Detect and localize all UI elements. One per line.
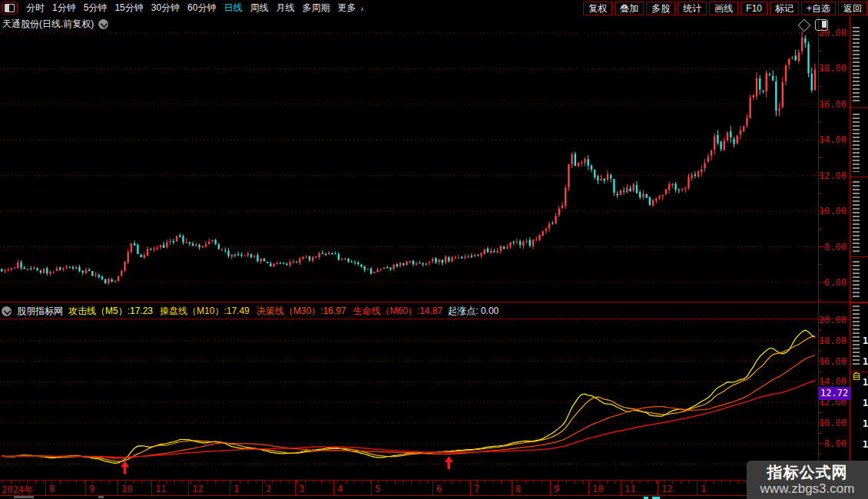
sub-axis-label: 8.00	[811, 438, 846, 449]
split-view-icon[interactable]	[815, 19, 828, 31]
diamond-icon[interactable]	[798, 18, 811, 31]
clipped-tab-label[interactable]: 自	[852, 370, 861, 383]
date-axis-label: 9	[554, 484, 559, 494]
toolbar-button-叠加[interactable]: 叠加	[615, 2, 644, 15]
ma-line-10	[2, 336, 815, 461]
current-value-badge: 12.72	[819, 387, 851, 400]
date-axis-label: 5	[375, 484, 380, 494]
period-item-月线[interactable]: 月线	[272, 2, 298, 15]
period-item-5分钟[interactable]: 5分钟	[80, 2, 111, 15]
clipped-vertical-text	[853, 181, 860, 252]
toolbar-button-画线[interactable]: 画线	[709, 2, 738, 15]
main-axis-label: 6.00	[811, 277, 846, 288]
date-axis-label: 12	[661, 484, 672, 494]
clipped-price-digit: 1	[863, 418, 868, 429]
app-window: 分时1分钟5分钟15分钟30分钟60分钟日线周线月线多周期更多 › 复权叠加多股…	[0, 0, 868, 499]
clipped-vertical-text	[853, 306, 860, 367]
period-item-周线[interactable]: 周线	[246, 2, 272, 15]
period-item-1分钟[interactable]: 1分钟	[48, 2, 80, 15]
date-axis-label: 2	[266, 484, 271, 494]
date-axis-label: 1	[701, 484, 706, 494]
clipped-price-digit: 1	[863, 377, 868, 388]
date-axis-label: 11	[624, 484, 635, 494]
indicator-line-value: 操盘线（M10）:17.49	[160, 305, 250, 318]
chevron-right-icon: ›	[359, 4, 363, 13]
rise-point-arrow-icon	[121, 461, 129, 474]
toolbar-button-F10[interactable]: F10	[740, 2, 767, 15]
main-axis-label: 16.00	[811, 99, 846, 110]
ma-line-60	[2, 381, 815, 458]
date-axis-label: 3	[299, 484, 304, 494]
indicator-source-label: 股朋指标网	[17, 305, 63, 318]
date-axis-label: 7	[474, 484, 479, 494]
date-axis-label: 8	[49, 484, 55, 494]
rise-point-text: 起涨点:	[448, 306, 478, 316]
toolbar-button-返回[interactable]: 返回	[838, 2, 867, 15]
period-item-更多[interactable]: 更多	[333, 2, 359, 15]
toolbar-right-buttons: 复权叠加多股统计画线F10标记+自选返回	[583, 2, 868, 15]
rise-point-label: 起涨点: 0.00	[448, 305, 499, 318]
indicator-values: 攻击线（M5）:17.23操盘线（M10）:17.49决策线（M30）:16.9…	[68, 305, 442, 318]
chart-corner-icons	[800, 19, 828, 31]
date-axis-label: 12	[192, 484, 203, 494]
chevron-down-circle-icon[interactable]	[98, 19, 108, 29]
date-axis-label: 11	[155, 484, 166, 494]
main-axis-label: 18.00	[811, 63, 846, 74]
date-axis-label: 9	[89, 484, 94, 494]
period-menu: 分时1分钟5分钟15分钟30分钟60分钟日线周线月线多周期更多	[22, 2, 359, 15]
clipped-vertical-text	[853, 114, 860, 172]
watermark-url: www.zbgs3.com	[760, 481, 855, 497]
rise-point-arrow-icon	[445, 456, 453, 469]
sub-axis-label: 20.00	[811, 315, 846, 326]
date-axis-label: 6	[436, 484, 442, 494]
chevron-down-circle-icon[interactable]	[2, 306, 12, 316]
toolbar-button-+自选[interactable]: +自选	[801, 2, 836, 15]
sub-axis-label: 14.00	[811, 376, 846, 387]
main-axis-label: 12.00	[811, 170, 846, 181]
indicator-line-value: 生命线（M60）:14.87	[353, 305, 442, 318]
main-axis-label: 10.00	[811, 206, 846, 216]
sub-axis-label: 16.00	[811, 356, 846, 367]
toolbar-button-多股[interactable]: 多股	[646, 2, 675, 15]
date-axis-label: 8	[515, 484, 521, 494]
panel-toggle-icon[interactable]	[2, 2, 18, 15]
clipped-price-digit: 1	[863, 356, 868, 367]
clipped-price-digit: 1	[863, 439, 868, 450]
period-item-30分钟[interactable]: 30分钟	[147, 2, 184, 15]
ma-line-5	[2, 330, 815, 464]
period-item-分时[interactable]: 分时	[22, 2, 48, 15]
stock-title: 天通股份(日线.前复权)	[2, 18, 94, 31]
clipped-price-digit: 1	[863, 335, 868, 346]
period-item-60分钟[interactable]: 60分钟	[184, 2, 220, 15]
date-axis-label: 10	[121, 484, 132, 494]
clipped-vertical-text	[853, 261, 860, 299]
date-axis-label: 4	[337, 484, 343, 494]
sub-axis-label: 18.00	[811, 335, 846, 346]
watermark: 指标公式网 www.zbgs3.com	[747, 461, 868, 499]
toolbar-button-统计[interactable]: 统计	[678, 2, 707, 15]
chart-title-row: 天通股份(日线.前复权)	[2, 18, 108, 31]
sub-axis-label: 10.00	[811, 418, 846, 428]
rise-point-value: 0.00	[481, 306, 499, 316]
top-toolbar: 分时1分钟5分钟15分钟30分钟60分钟日线周线月线多周期更多 › 复权叠加多股…	[0, 0, 868, 16]
indicator-line-value: 决策线（M30）:16.97	[257, 305, 346, 318]
indicator-line-value: 攻击线（M5）:17.23	[68, 305, 153, 318]
toolbar-button-标记[interactable]: 标记	[770, 2, 799, 15]
period-item-多周期[interactable]: 多周期	[298, 2, 333, 15]
toolbar-button-复权[interactable]: 复权	[583, 2, 612, 15]
chart-canvas	[0, 0, 868, 499]
date-axis-label: 10	[592, 484, 603, 494]
clipped-vertical-text	[853, 27, 860, 104]
period-item-15分钟[interactable]: 15分钟	[111, 2, 147, 15]
clipped-price-digit: 1	[863, 398, 868, 408]
indicator-header: 股朋指标网 攻击线（M5）:17.23操盘线（M10）:17.49决策线（M30…	[2, 305, 499, 318]
main-axis-label: 8.00	[811, 242, 846, 253]
watermark-title: 指标公式网	[767, 464, 848, 481]
date-axis-label: 2024年	[2, 484, 33, 497]
date-axis-label: 1	[234, 484, 239, 494]
period-item-日线[interactable]: 日线	[220, 2, 246, 15]
main-axis-label: 14.00	[811, 134, 846, 145]
